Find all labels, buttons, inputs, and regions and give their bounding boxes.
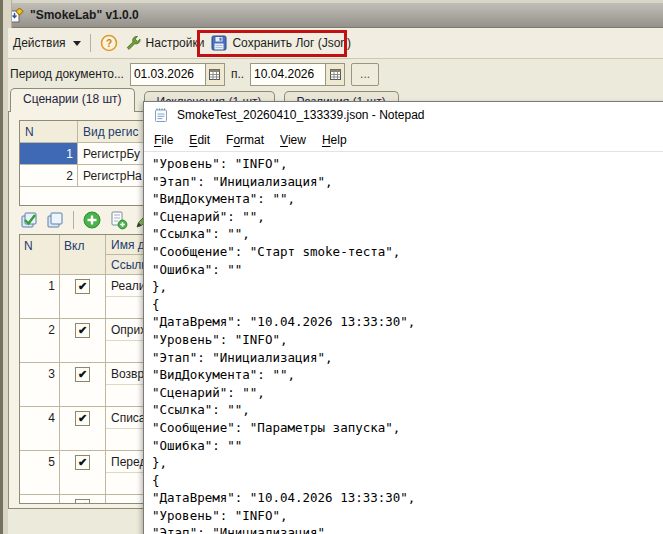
row-number: 4 — [20, 407, 60, 450]
smokelab-titlebar[interactable]: "SmokeLab" v1.0.0 — [3, 3, 663, 28]
svg-text:?: ? — [106, 38, 112, 49]
row-number: 2 — [20, 319, 60, 362]
help-icon: ? — [100, 34, 118, 52]
screen: "SmokeLab" v1.0.0 Действия ? Настройки — [0, 0, 663, 534]
notepad-text-area[interactable]: "Уровень": "INFO", "Этап": "Инициализаци… — [144, 152, 663, 534]
actions-label: Действия — [13, 36, 66, 50]
chevron-down-icon — [73, 41, 81, 46]
register-col-n[interactable]: N — [20, 121, 78, 142]
period-to-input[interactable] — [251, 66, 325, 83]
row-number: 1 — [20, 275, 60, 318]
settings-button[interactable]: Настройки — [125, 35, 205, 51]
scenario-col-enabled[interactable]: Вкл — [60, 235, 106, 274]
scenario-col-n[interactable]: N — [20, 235, 60, 274]
calendar-icon — [209, 69, 220, 80]
period-from-field — [130, 63, 225, 86]
add-icon[interactable] — [82, 210, 102, 230]
window-title: "SmokeLab" v1.0.0 — [30, 8, 139, 22]
period-from-calendar-button[interactable] — [205, 64, 224, 85]
notepad-icon — [153, 107, 169, 123]
checkbox-checked[interactable]: ✔ — [75, 279, 90, 294]
menu-help[interactable]: Help — [314, 130, 355, 150]
row-number: 5 — [20, 451, 60, 494]
wrench-icon — [125, 35, 141, 51]
tab-scenarios[interactable]: Сценарии (18 шт) — [10, 88, 135, 112]
row-checkbox-cell: ✔ — [60, 407, 106, 450]
period-label: Период документо... — [10, 67, 124, 81]
save-log-label: Сохранить Лог (Json) — [232, 36, 351, 50]
save-log-button[interactable]: Сохранить Лог (Json) — [211, 35, 351, 51]
scenario-table-toolbar — [19, 209, 154, 231]
calendar-icon — [330, 69, 341, 80]
save-icon — [211, 35, 227, 51]
period-between-label: п.. — [231, 67, 244, 81]
period-more-button[interactable]: ... — [351, 63, 379, 86]
main-toolbar: Действия ? Настройки — [8, 28, 663, 59]
period-from-input[interactable] — [131, 66, 205, 83]
add-copy-icon[interactable] — [108, 210, 128, 230]
checkbox-checked[interactable]: ✔ — [75, 499, 90, 504]
checkbox-checked[interactable]: ✔ — [75, 411, 90, 426]
check-all-icon[interactable] — [19, 210, 39, 230]
checkbox-checked[interactable]: ✔ — [75, 455, 90, 470]
notepad-title: SmokeTest_20260410_133339.json - Notepad — [177, 108, 425, 122]
menu-format[interactable]: Format — [218, 130, 272, 150]
settings-label: Настройки — [146, 36, 205, 50]
period-to-calendar-button[interactable] — [325, 64, 344, 85]
row-checkbox-cell: ✔ — [60, 495, 106, 504]
menu-edit[interactable]: Edit — [181, 130, 218, 150]
help-button[interactable]: ? — [100, 34, 118, 52]
row-checkbox-cell: ✔ — [60, 319, 106, 362]
row-number: 3 — [20, 363, 60, 406]
register-row-n[interactable]: 2 — [20, 165, 78, 186]
period-filter-row: Период документо... п.. — [10, 61, 379, 87]
actions-menu-button[interactable]: Действия — [13, 36, 81, 50]
notepad-menubar: File Edit Format View Help — [144, 128, 663, 152]
row-checkbox-cell: ✔ — [60, 451, 106, 494]
toolbar-separator — [73, 211, 74, 229]
menu-file[interactable]: File — [146, 130, 181, 150]
row-number — [20, 495, 60, 504]
toolbar-separator — [90, 34, 91, 52]
register-row-n[interactable]: 1 — [20, 143, 78, 164]
uncheck-all-icon[interactable] — [45, 210, 65, 230]
row-checkbox-cell: ✔ — [60, 363, 106, 406]
notepad-titlebar[interactable]: SmokeTest_20260410_133339.json - Notepad — [144, 102, 663, 128]
row-checkbox-cell: ✔ — [60, 275, 106, 318]
notepad-window: SmokeTest_20260410_133339.json - Notepad… — [143, 101, 663, 534]
checkbox-checked[interactable]: ✔ — [75, 367, 90, 382]
checkbox-checked[interactable]: ✔ — [75, 323, 90, 338]
period-to-field — [250, 63, 345, 86]
menu-view[interactable]: View — [272, 130, 314, 150]
